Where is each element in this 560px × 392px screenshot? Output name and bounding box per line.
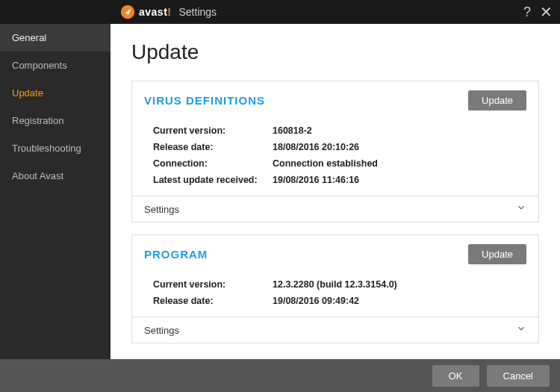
section-title: PROGRAM bbox=[144, 248, 208, 261]
kv-value: 160818-2 bbox=[273, 125, 312, 136]
program-section: PROGRAM Update Current version: 12.3.228… bbox=[131, 234, 539, 343]
sidebar-item-about[interactable]: About Avast bbox=[0, 162, 111, 190]
section-title: VIRUS DEFINITIONS bbox=[144, 94, 265, 107]
sidebar-item-label: Registration bbox=[12, 115, 63, 126]
kv-label: Current version: bbox=[153, 125, 273, 136]
kv-value: 12.3.2280 (build 12.3.3154.0) bbox=[273, 279, 397, 290]
close-icon[interactable]: ✕ bbox=[540, 4, 553, 19]
kv-label: Connection: bbox=[153, 158, 273, 169]
cancel-button[interactable]: Cancel bbox=[487, 365, 550, 387]
help-icon[interactable]: ? bbox=[523, 5, 531, 19]
page-title: Update bbox=[131, 40, 539, 64]
chevron-down-icon bbox=[516, 202, 526, 216]
sidebar-item-label: Update bbox=[12, 87, 43, 99]
ok-button[interactable]: OK bbox=[432, 365, 479, 387]
sidebar-item-troubleshooting[interactable]: Troubleshooting bbox=[0, 134, 111, 162]
kv-label: Current version: bbox=[153, 279, 273, 290]
kv-row: Release date: 19/08/2016 09:49:42 bbox=[153, 293, 517, 309]
brand-text: avast! bbox=[139, 6, 171, 18]
kv-row: Connection: Connection established bbox=[153, 155, 517, 172]
update-virus-defs-button[interactable]: Update bbox=[468, 90, 526, 111]
sidebar-item-registration[interactable]: Registration bbox=[0, 107, 111, 134]
kv-label: Latest update received: bbox=[153, 175, 273, 185]
sidebar: General Components Update Registration T… bbox=[0, 24, 111, 359]
sidebar-item-label: Troubleshooting bbox=[12, 143, 81, 154]
main-content: Update VIRUS DEFINITIONS Update Current … bbox=[111, 24, 560, 359]
sidebar-item-label: General bbox=[12, 32, 46, 43]
virus-defs-settings-expander[interactable]: Settings bbox=[132, 196, 538, 222]
kv-row: Current version: 160818-2 bbox=[153, 122, 517, 139]
kv-label: Release date: bbox=[153, 142, 273, 152]
brand: avast! Settings bbox=[119, 4, 217, 20]
sidebar-item-components[interactable]: Components bbox=[0, 52, 111, 79]
chevron-down-icon bbox=[516, 323, 526, 337]
avast-logo-icon bbox=[119, 4, 136, 20]
sidebar-item-general[interactable]: General bbox=[0, 24, 111, 52]
kv-value: 19/08/2016 09:49:42 bbox=[273, 296, 359, 306]
update-program-button[interactable]: Update bbox=[468, 244, 526, 264]
kv-row: Release date: 18/08/2016 20:10:26 bbox=[153, 139, 517, 155]
kv-row: Current version: 12.3.2280 (build 12.3.3… bbox=[153, 276, 517, 293]
sidebar-item-label: About Avast bbox=[12, 170, 63, 181]
virus-definitions-section: VIRUS DEFINITIONS Update Current version… bbox=[131, 81, 539, 223]
kv-value: 19/08/2016 11:46:16 bbox=[273, 175, 359, 185]
kv-label: Release date: bbox=[153, 296, 273, 306]
sidebar-item-update[interactable]: Update bbox=[0, 79, 111, 107]
title-bar: avast! Settings ? ✕ bbox=[0, 0, 560, 24]
footer: OK Cancel bbox=[0, 359, 560, 392]
window-title: Settings bbox=[178, 6, 217, 18]
kv-value: 18/08/2016 20:10:26 bbox=[273, 142, 359, 152]
kv-value: Connection established bbox=[273, 158, 378, 169]
settings-label: Settings bbox=[144, 204, 179, 215]
sidebar-item-label: Components bbox=[12, 60, 67, 71]
settings-label: Settings bbox=[144, 325, 179, 336]
kv-row: Latest update received: 19/08/2016 11:46… bbox=[153, 172, 517, 188]
program-settings-expander[interactable]: Settings bbox=[132, 317, 538, 343]
